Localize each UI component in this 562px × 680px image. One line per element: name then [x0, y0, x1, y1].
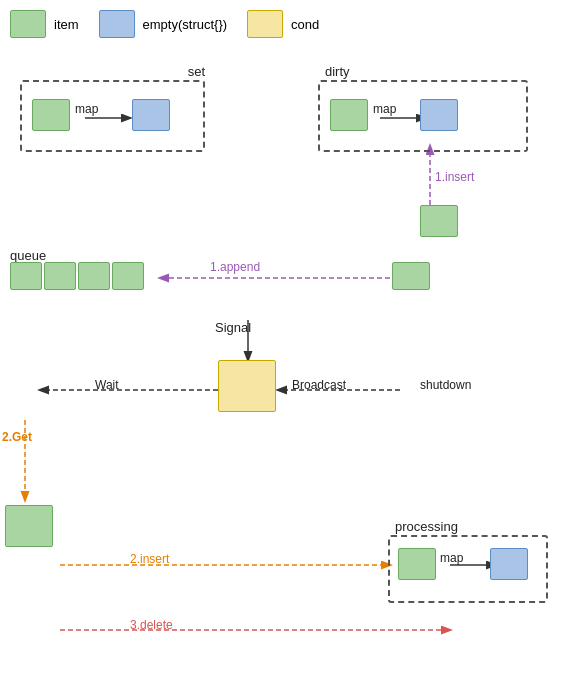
diagram: item empty(struct{}) cond — [0, 0, 562, 680]
broadcast-label: Broadcast — [292, 378, 346, 392]
legend-yellow-box — [247, 10, 283, 38]
wait-label: Wait — [95, 378, 119, 392]
legend-item-empty: empty(struct{}) — [99, 10, 228, 38]
signal-label: Signal — [215, 320, 251, 335]
processing-blue-box — [490, 548, 528, 580]
dirty-green-box — [330, 99, 368, 131]
shutdown-label: shutdown — [420, 378, 471, 392]
legend-cond-label: cond — [291, 17, 319, 32]
processing-map-label: map — [440, 551, 463, 565]
legend-green-box — [10, 10, 46, 38]
processing-label: processing — [395, 519, 458, 534]
legend-blue-box — [99, 10, 135, 38]
set-map-label: map — [75, 102, 98, 116]
append-source-box — [392, 262, 430, 290]
legend-empty-label: empty(struct{}) — [143, 17, 228, 32]
set-green-box — [32, 99, 70, 131]
queue-box-4 — [112, 262, 144, 290]
insert1-source-box — [420, 205, 458, 237]
queue-box-2 — [44, 262, 76, 290]
legend-item-item: item — [10, 10, 79, 38]
left-item-box — [5, 505, 53, 547]
dirty-map-label: map — [373, 102, 396, 116]
legend: item empty(struct{}) cond — [10, 10, 319, 38]
dirty-label: dirty — [325, 64, 350, 79]
cond-box — [218, 360, 276, 412]
legend-item-cond: cond — [247, 10, 319, 38]
processing-green-box — [398, 548, 436, 580]
set-blue-box — [132, 99, 170, 131]
dirty-blue-box — [420, 99, 458, 131]
legend-item-label: item — [54, 17, 79, 32]
set-label: set — [188, 64, 205, 79]
queue-label: queue — [10, 248, 46, 263]
get-label: 2.Get — [2, 430, 32, 444]
append-label: 1.append — [210, 260, 260, 274]
queue-box-3 — [78, 262, 110, 290]
insert2-label: 2.insert — [130, 552, 169, 566]
delete-label: 3.delete — [130, 618, 173, 632]
insert1-label: 1.insert — [435, 170, 474, 184]
queue-box-1 — [10, 262, 42, 290]
